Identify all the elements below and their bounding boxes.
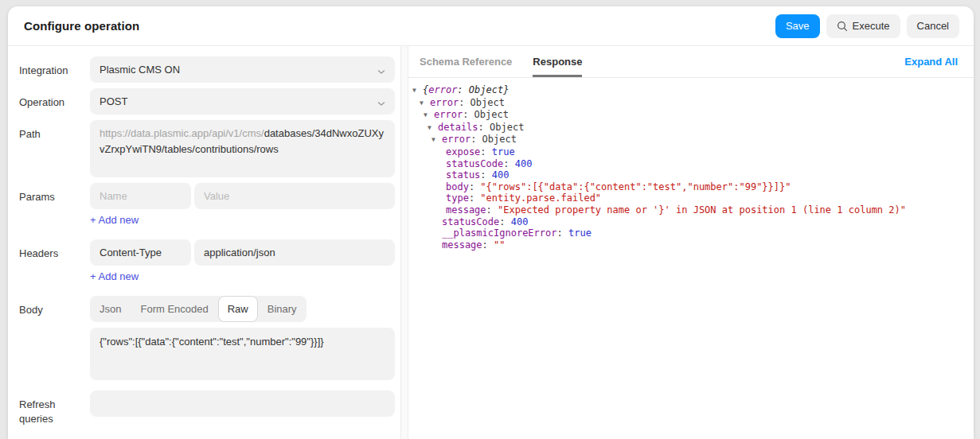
path-label: Path [19, 120, 90, 142]
json-key: error [434, 109, 463, 120]
response-tabbar: Schema Reference Response Expand All [408, 46, 974, 78]
search-icon [837, 21, 848, 32]
tree-row: message: "" [412, 239, 967, 251]
json-key: error [430, 97, 459, 108]
expand-arrow-icon[interactable]: ▼ [420, 98, 430, 110]
headers-add-new-link[interactable]: + Add new [90, 270, 139, 282]
integration-row: Integration Plasmic CMS ON [19, 56, 395, 83]
json-value: 400 [492, 169, 510, 181]
json-key: details [438, 122, 478, 133]
body-mode-binary[interactable]: Binary [258, 296, 306, 322]
integration-label: Integration [19, 56, 90, 78]
tree-row[interactable]: ▼details: Object [412, 122, 967, 134]
body-mode-json[interactable]: Json [90, 296, 131, 322]
json-key: message [446, 204, 486, 216]
tree-row: type: "entity.parse.failed" [412, 192, 967, 204]
tab-schema-reference[interactable]: Schema Reference [420, 46, 512, 77]
tree-row: message: "Expected property name or '}' … [412, 204, 967, 216]
tree-row: __plasmicIgnoreError: true [412, 227, 967, 239]
json-value: Object [474, 109, 509, 120]
response-panel: Schema Reference Response Expand All ▼{e… [408, 46, 974, 439]
integration-select[interactable]: Plasmic CMS ON [90, 56, 395, 83]
refresh-queries-row: Refresh queries [19, 390, 395, 426]
tree-row: status: 400 [412, 169, 967, 181]
header-actions: Save Execute Cancel [775, 14, 959, 38]
path-field[interactable]: https://data.plasmic.app/api/v1/cms/data… [90, 120, 395, 177]
tree-row[interactable]: ▼error: Object [412, 97, 967, 110]
json-key: body [446, 181, 469, 192]
save-button-label: Save [786, 20, 810, 32]
operation-row: Operation POST [19, 88, 395, 115]
expand-arrow-icon[interactable]: ▼ [412, 85, 423, 97]
json-key: statusCode [442, 216, 499, 227]
json-value: "entity.parse.failed" [480, 192, 601, 204]
tree-row: statusCode: 400 [412, 158, 967, 170]
chevron-down-icon [377, 97, 385, 109]
refresh-queries-input[interactable] [90, 390, 395, 417]
json-value: true [568, 227, 592, 239]
json-value: 400 [515, 158, 533, 169]
cancel-button[interactable]: Cancel [907, 14, 959, 38]
json-key: type [446, 192, 469, 204]
json-key: __plasmicIgnoreError [442, 227, 557, 239]
body-mode-raw[interactable]: Raw [218, 296, 258, 322]
integration-select-value: Plasmic CMS ON [100, 64, 180, 76]
param-name-input[interactable] [90, 183, 191, 209]
body-raw-textarea[interactable]: {"rows":[{"data":{"content":"test","numb… [90, 328, 395, 380]
param-value-input[interactable] [194, 183, 395, 209]
path-base-url: https://data.plasmic.app/api/v1/cms/ [100, 127, 264, 139]
body-row: Body JsonForm EncodedRawBinary {"rows":[… [19, 296, 395, 383]
expand-all-link[interactable]: Expand All [904, 56, 958, 68]
params-row: Params + Add new [19, 183, 395, 234]
expand-arrow-icon[interactable]: ▼ [431, 134, 442, 146]
operation-form: Integration Plasmic CMS ON Operation POS… [8, 46, 400, 439]
expand-arrow-icon[interactable]: ▼ [428, 122, 438, 134]
cancel-button-label: Cancel [917, 20, 949, 32]
expand-arrow-icon[interactable]: ▼ [424, 110, 434, 122]
tree-row[interactable]: ▼error: Object [412, 134, 967, 146]
refresh-queries-label: Refresh queries [19, 390, 90, 426]
json-value: 400 [511, 216, 529, 227]
tab-response[interactable]: Response [533, 46, 582, 77]
body-mode-segmented-control: JsonForm EncodedRawBinary [90, 296, 306, 322]
json-value: Object [490, 122, 524, 133]
chevron-down-icon [377, 65, 385, 77]
body-label: Body [19, 296, 90, 317]
operation-select[interactable]: POST [90, 88, 395, 115]
panel-divider [400, 46, 408, 439]
save-button[interactable]: Save [775, 14, 820, 38]
tree-row: statusCode: 400 [412, 216, 967, 228]
path-row: Path https://data.plasmic.app/api/v1/cms… [19, 120, 395, 177]
json-key: statusCode [446, 158, 503, 169]
headers-row: Headers + Add new [19, 239, 395, 290]
json-value: true [492, 146, 515, 157]
configure-operation-dialog: Configure operation Save Execute Cancel [8, 6, 974, 439]
json-value: Object [482, 134, 517, 145]
json-key: status [446, 169, 480, 181]
header-value-input[interactable] [194, 239, 395, 266]
json-key: expose [446, 146, 480, 157]
body-mode-form-encoded[interactable]: Form Encoded [131, 296, 217, 322]
tree-row[interactable]: ▼error: Object [412, 109, 967, 122]
tab-response-label: Response [533, 56, 582, 68]
dialog-header: Configure operation Save Execute Cancel [8, 6, 974, 46]
tree-row[interactable]: ▼{error: Object} [412, 84, 967, 97]
response-json-tree: ▼{error: Object}▼error: Object▼error: Ob… [408, 78, 974, 439]
json-value: Object [470, 97, 505, 108]
execute-button[interactable]: Execute [826, 14, 900, 38]
params-add-new-link[interactable]: + Add new [90, 214, 139, 226]
execute-button-label: Execute [853, 20, 890, 32]
headers-label: Headers [19, 239, 90, 261]
dialog-title: Configure operation [24, 19, 139, 33]
tree-row: body: "{"rows":[{"data":{"content":"test… [412, 181, 967, 193]
json-value: "Expected property name or '}' in JSON a… [498, 204, 906, 216]
operation-label: Operation [19, 88, 90, 110]
operation-select-value: POST [100, 95, 127, 107]
header-name-input[interactable] [90, 239, 191, 266]
params-label: Params [19, 183, 90, 204]
tab-schema-reference-label: Schema Reference [420, 56, 512, 68]
json-key: error [442, 134, 470, 145]
json-value: "" [494, 239, 505, 251]
json-key: message [442, 239, 482, 251]
tree-row: expose: true [412, 146, 967, 158]
